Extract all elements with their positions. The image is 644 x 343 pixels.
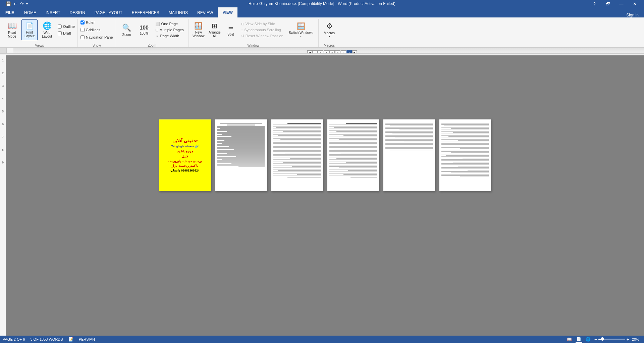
multiple-pages-button[interactable]: ⊞Multiple Pages	[154, 27, 185, 33]
print-layout-button[interactable]: 📄 Print Layout	[21, 19, 38, 40]
page-width-button[interactable]: ↔Page Width	[154, 33, 185, 39]
zoom-plus-button[interactable]: +	[627, 337, 629, 342]
word-count: 3 OF 1853 WORDS	[30, 337, 63, 341]
page-num-3: 3	[335, 50, 340, 54]
window-controls: ? 🗗 — ✕	[588, 0, 641, 7]
close-button[interactable]: ✕	[628, 0, 641, 7]
navigation-pane-checkbox[interactable]: Navigation Pane	[80, 34, 113, 40]
page-4	[327, 119, 379, 191]
tab-home[interactable]: HOME	[19, 8, 41, 17]
tab-references[interactable]: REFERENCES	[127, 8, 164, 17]
restore-button[interactable]: 🗗	[601, 0, 614, 7]
ad-line3: ورد-پی دی اف - پاورپوینت	[168, 159, 202, 163]
document-area: تحقیقی آنلاین Tahghighonline.ir 🔗 مرجع د…	[6, 55, 644, 336]
zoom-minus-button[interactable]: −	[594, 337, 597, 342]
new-window-button[interactable]: 🪟 New Window	[191, 19, 206, 40]
tab-insert[interactable]: INSERT	[41, 8, 65, 17]
zoom-100-button[interactable]: 100 100%	[136, 19, 152, 40]
page-num-6: 6	[318, 50, 323, 54]
vertical-ruler: 123456789	[0, 55, 6, 164]
page-3	[271, 119, 323, 191]
status-bar: PAGE 2 OF 6 3 OF 1853 WORDS 📝 PERSIAN 📖 …	[0, 336, 644, 343]
gridlines-checkbox[interactable]: Gridlines	[80, 27, 113, 33]
tab-design[interactable]: DESIGN	[65, 8, 90, 17]
ad-line2: فایل	[182, 154, 188, 158]
sign-in-button[interactable]: Sign in	[621, 13, 644, 17]
page-num-5: 5	[324, 50, 329, 54]
help-button[interactable]: ?	[588, 0, 601, 7]
one-page-button[interactable]: ⬜One Page	[154, 21, 185, 27]
web-layout-button[interactable]: 🌐 Web Layout	[39, 19, 55, 40]
tab-file[interactable]: FILE	[0, 8, 19, 17]
page-num-1: 1	[346, 50, 352, 54]
page-2	[215, 119, 267, 191]
ad-title: تحقیقی آنلاین	[172, 138, 198, 143]
page-num-2: 2	[341, 50, 346, 54]
status-right: 📖 📄 🌐 − + 20%	[566, 336, 641, 343]
tab-page-layout[interactable]: PAGE LAYOUT	[90, 8, 127, 17]
collapse-ruler-button[interactable]: ◀	[307, 50, 312, 54]
page-num-7: 7	[312, 50, 318, 54]
ad-phone: 09981366624 واتساپ	[170, 169, 200, 172]
undo-qat-button[interactable]: ↩	[13, 1, 18, 6]
arrange-all-button[interactable]: ⊞ Arrange All	[207, 19, 222, 40]
minimize-button[interactable]: —	[614, 0, 628, 7]
read-mode-button[interactable]: 📖 Read Mode	[4, 19, 20, 40]
window-title: Ruze-Ghiyam-Khunin.docx [Compatibility M…	[249, 1, 395, 6]
switch-windows-button[interactable]: 🪟 Switch Windows ▾	[286, 19, 316, 40]
ad-line4: با کمترین قیمت بازار	[172, 164, 198, 167]
reset-window-position-button[interactable]: ↺Reset Window Position	[239, 33, 285, 39]
tab-review[interactable]: REVIEW	[193, 8, 218, 17]
split-button[interactable]: ━ Split	[223, 19, 238, 40]
zoom-slider[interactable]: − +	[594, 337, 629, 342]
ad-line1: مرجع دانلـود	[177, 149, 194, 153]
zoom-track[interactable]	[598, 339, 625, 340]
ad-url: Tahghighonline.ir 🔗	[171, 145, 199, 148]
view-side-by-side-button[interactable]: ⊟View Side by Side	[239, 21, 285, 27]
zoom-level: 20%	[632, 337, 641, 341]
language: PERSIAN	[79, 337, 95, 341]
ruler-checkbox[interactable]: Ruler	[80, 19, 113, 26]
draft-checkbox[interactable]: Draft	[58, 30, 75, 36]
tab-view[interactable]: VIEW	[218, 7, 237, 17]
macros-button[interactable]: ⚙ Macros ▾	[321, 19, 337, 40]
page-6	[439, 119, 491, 191]
page-num-4: 4	[329, 50, 335, 54]
page-5	[383, 119, 435, 191]
zoom-button[interactable]: 🔍 Zoom	[119, 19, 135, 40]
customize-qat-button[interactable]: ▾	[25, 2, 29, 6]
read-mode-status-button[interactable]: 📖	[566, 336, 573, 343]
status-left: PAGE 2 OF 6 3 OF 1853 WORDS 📝 PERSIAN	[3, 337, 95, 342]
synchronous-scrolling-button[interactable]: ↕Synchronous Scrolling	[239, 27, 285, 33]
page-info: PAGE 2 OF 6	[3, 337, 25, 341]
redo-qat-button[interactable]: ↷	[19, 1, 25, 6]
outline-checkbox[interactable]: Outline	[58, 23, 75, 30]
print-layout-status-button[interactable]: 📄	[576, 336, 582, 343]
web-layout-status-button[interactable]: 🌐	[585, 336, 592, 343]
save-qat-button[interactable]: 💾	[5, 1, 12, 6]
tab-mailings[interactable]: MAILINGS	[164, 8, 193, 17]
page-1: تحقیقی آنلاین Tahghighonline.ir 🔗 مرجع د…	[159, 119, 211, 191]
track-changes-icon: 📝	[68, 337, 73, 342]
expand-ruler-button[interactable]: ▶	[352, 50, 357, 54]
quick-access-toolbar: 💾 ↩ ↷ ▾	[3, 1, 29, 6]
